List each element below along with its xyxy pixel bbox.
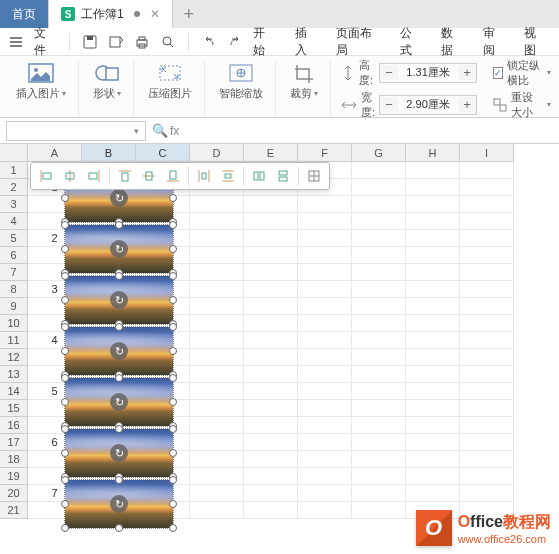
image-object[interactable]: ↻ — [64, 275, 174, 325]
cell[interactable] — [298, 213, 352, 230]
cell[interactable] — [190, 417, 244, 434]
shape-button[interactable]: 形状▾ — [89, 60, 125, 103]
align-left-icon[interactable] — [35, 165, 57, 187]
cell[interactable] — [352, 434, 406, 451]
resize-handle[interactable] — [115, 524, 123, 532]
cell[interactable] — [406, 264, 460, 281]
column-header[interactable]: A — [28, 144, 82, 162]
resize-handle[interactable] — [61, 398, 69, 406]
cell[interactable] — [244, 400, 298, 417]
resize-handle[interactable] — [61, 425, 69, 433]
cell[interactable] — [352, 332, 406, 349]
resize-handle[interactable] — [61, 272, 69, 280]
resize-handle[interactable] — [169, 245, 177, 253]
cell[interactable] — [406, 468, 460, 485]
cell[interactable] — [406, 315, 460, 332]
save-icon[interactable] — [82, 34, 98, 50]
cell[interactable] — [244, 417, 298, 434]
cell[interactable] — [190, 502, 244, 519]
resize-handle[interactable] — [61, 221, 69, 229]
cell[interactable] — [406, 247, 460, 264]
image-object[interactable]: ↻ — [64, 377, 174, 427]
resize-handle[interactable] — [169, 347, 177, 355]
cell[interactable] — [244, 349, 298, 366]
cell[interactable] — [352, 468, 406, 485]
row-header[interactable]: 10 — [0, 315, 28, 332]
row-header[interactable]: 9 — [0, 298, 28, 315]
column-header[interactable]: G — [352, 144, 406, 162]
cell[interactable] — [406, 434, 460, 451]
resize-handle[interactable] — [61, 296, 69, 304]
cell[interactable] — [244, 230, 298, 247]
cell[interactable] — [190, 213, 244, 230]
cell[interactable] — [298, 247, 352, 264]
cell[interactable] — [190, 383, 244, 400]
row-header[interactable]: 14 — [0, 383, 28, 400]
equal-height-icon[interactable] — [272, 165, 294, 187]
cell[interactable] — [352, 383, 406, 400]
cell[interactable] — [190, 468, 244, 485]
cell[interactable] — [190, 264, 244, 281]
cell[interactable] — [244, 332, 298, 349]
cell[interactable] — [298, 383, 352, 400]
resize-handle[interactable] — [169, 524, 177, 532]
resize-handle[interactable] — [169, 221, 177, 229]
rotate-handle-icon[interactable]: ↻ — [110, 393, 128, 411]
cell[interactable] — [406, 485, 460, 502]
row-header[interactable]: 1 — [0, 162, 28, 179]
cell[interactable] — [298, 468, 352, 485]
minus-button[interactable]: − — [380, 65, 398, 80]
tab-workbook[interactable]: S 工作簿1 ✕ — [49, 0, 173, 28]
cell[interactable] — [460, 485, 514, 502]
cell[interactable] — [352, 281, 406, 298]
cell[interactable] — [298, 451, 352, 468]
cell[interactable] — [244, 468, 298, 485]
cell[interactable] — [298, 281, 352, 298]
cell[interactable] — [244, 451, 298, 468]
minus-button[interactable]: − — [380, 97, 398, 112]
resize-handle[interactable] — [115, 476, 123, 484]
smartscale-button[interactable]: 智能缩放 — [215, 60, 267, 103]
resize-handle[interactable] — [61, 374, 69, 382]
cell[interactable] — [298, 434, 352, 451]
snap-grid-icon[interactable] — [303, 165, 325, 187]
cell[interactable] — [406, 179, 460, 196]
cell[interactable] — [460, 230, 514, 247]
align-top-icon[interactable] — [114, 165, 136, 187]
cell[interactable] — [190, 298, 244, 315]
row-header[interactable]: 4 — [0, 213, 28, 230]
cell[interactable] — [190, 451, 244, 468]
menu-icon[interactable] — [8, 34, 24, 50]
undo-icon[interactable] — [201, 34, 217, 50]
reset-size-button[interactable]: 重设大小 ▾ — [493, 90, 551, 120]
row-header[interactable]: 15 — [0, 400, 28, 417]
cell[interactable] — [298, 196, 352, 213]
cell[interactable] — [190, 281, 244, 298]
align-bottom-icon[interactable] — [162, 165, 184, 187]
cell[interactable] — [352, 213, 406, 230]
menu-view[interactable]: 视图 — [524, 25, 547, 59]
cell[interactable] — [352, 451, 406, 468]
cell[interactable] — [352, 196, 406, 213]
resize-handle[interactable] — [169, 425, 177, 433]
cell[interactable] — [352, 264, 406, 281]
cell[interactable] — [460, 247, 514, 264]
cell[interactable] — [298, 485, 352, 502]
resize-handle[interactable] — [169, 374, 177, 382]
column-header[interactable]: E — [244, 144, 298, 162]
grid[interactable]: ABCDEFGHI 123456789101112131415161718192… — [0, 144, 559, 554]
resize-handle[interactable] — [169, 476, 177, 484]
name-box[interactable]: ▾ — [6, 121, 146, 141]
cell[interactable] — [298, 502, 352, 519]
cell[interactable] — [352, 247, 406, 264]
fx-label[interactable]: fx — [170, 124, 179, 138]
new-tab-button[interactable]: + — [173, 0, 205, 28]
cell[interactable] — [460, 264, 514, 281]
cell[interactable] — [460, 332, 514, 349]
cell[interactable] — [406, 298, 460, 315]
cell[interactable] — [244, 315, 298, 332]
compress-button[interactable]: 压缩图片 — [144, 60, 196, 103]
cell[interactable] — [190, 332, 244, 349]
resize-handle[interactable] — [169, 449, 177, 457]
resize-handle[interactable] — [169, 323, 177, 331]
